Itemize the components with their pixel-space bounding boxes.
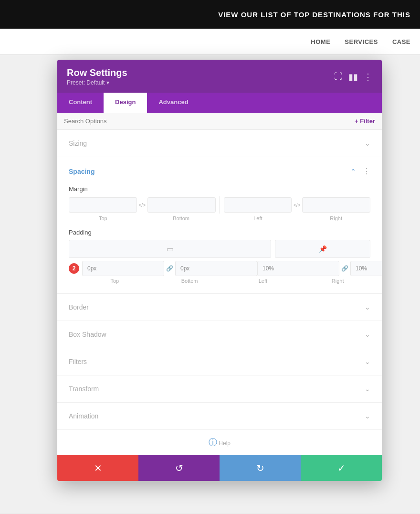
animation-chevron-down-icon: ⌄: [365, 412, 370, 420]
margin-sub-labels: Top Bottom Left Right: [69, 215, 370, 221]
modal-header: Row Settings Preset: Default ▾ ⛶ ▮▮ ⋮: [57, 60, 382, 93]
margin-bottom-input[interactable]: [147, 197, 216, 213]
filters-chevron-down-icon: ⌄: [365, 358, 370, 365]
padding-sub-labels: Top Bottom Left Right: [69, 278, 370, 284]
filters-section: Filters ⌄: [57, 348, 382, 375]
sizing-title: Sizing: [69, 139, 87, 147]
animation-title: Animation: [69, 412, 98, 420]
row-settings-modal: Row Settings Preset: Default ▾ ⛶ ▮▮ ⋮ Co…: [57, 60, 382, 481]
padding-values-row: 2 🔗: [69, 261, 370, 276]
margin-left-sync-icon: </>: [294, 203, 300, 208]
padding-left-right-group: 🔗: [257, 261, 382, 276]
sizing-section-header[interactable]: Sizing ⌄: [57, 130, 382, 157]
step2-badge: 2: [69, 263, 79, 274]
cancel-button[interactable]: ✕: [57, 455, 138, 481]
padding-left-input[interactable]: [257, 261, 339, 276]
spacing-chevron-up-icon: ⌃: [350, 168, 356, 175]
more-icon[interactable]: ⋮: [364, 72, 372, 82]
padding-desktop-box[interactable]: ▭: [69, 240, 271, 258]
box-shadow-title: Box Shadow: [69, 331, 106, 338]
padding-left-link-icon: 🔗: [341, 265, 348, 272]
padding-top-label: Top: [82, 278, 147, 284]
margin-top-input[interactable]: [69, 197, 137, 213]
transform-section: Transform ⌄: [57, 375, 382, 403]
margin-left-right-group: </>: [224, 196, 371, 214]
filters-section-header[interactable]: Filters ⌄: [57, 348, 382, 375]
top-bar: VIEW OUR LIST OF TOP DESTINATIONS FOR TH…: [0, 0, 420, 29]
border-title: Border: [69, 303, 89, 311]
modal-title: Row Settings: [67, 67, 127, 78]
border-chevron-down-icon: ⌄: [365, 303, 370, 311]
margin-right-wrap: [302, 197, 370, 213]
margin-bottom-wrap: [147, 197, 216, 213]
search-input[interactable]: [64, 118, 355, 125]
padding-right-wrap: [350, 261, 382, 276]
margin-bottom-label: Bottom: [147, 215, 216, 221]
help-icon: ⓘ: [209, 438, 217, 447]
pin-icon: 📌: [319, 245, 327, 253]
modal-preset[interactable]: Preset: Default ▾: [67, 79, 127, 86]
modal-title-area: Row Settings Preset: Default ▾: [67, 67, 127, 86]
padding-device-row: ▭ 📌: [69, 240, 370, 258]
transform-section-header[interactable]: Transform ⌄: [57, 375, 382, 402]
animation-section-header[interactable]: Animation ⌄: [57, 403, 382, 429]
margin-divider: [220, 196, 220, 214]
spacing-title: Spacing: [69, 168, 94, 175]
tab-advanced[interactable]: Advanced: [147, 93, 200, 113]
margin-right-input[interactable]: [302, 197, 370, 213]
nav-bar: HOME SERVICES CASE: [0, 29, 420, 55]
margin-left-label: Left: [224, 215, 293, 221]
animation-section: Animation ⌄: [57, 403, 382, 430]
spacing-section: Spacing ⌃ ⋮ Margin: [57, 157, 382, 294]
nav-item-home[interactable]: HOME: [311, 38, 330, 45]
spacing-body: Margin </>: [57, 185, 382, 293]
desktop-icon: ▭: [167, 245, 174, 254]
padding-top-input[interactable]: [82, 261, 164, 276]
spacing-section-header[interactable]: Spacing ⌃ ⋮: [57, 157, 382, 185]
nav-item-services[interactable]: SERVICES: [345, 38, 378, 45]
spacing-more-icon[interactable]: ⋮: [363, 167, 370, 176]
reset-button[interactable]: ↺: [138, 455, 220, 481]
sizing-section: Sizing ⌄: [57, 130, 382, 157]
box-shadow-chevron-down-icon: ⌄: [365, 331, 370, 338]
padding-bottom-input[interactable]: [175, 261, 257, 276]
margin-inputs-row: </> </>: [69, 196, 370, 214]
tab-design[interactable]: Design: [104, 93, 147, 113]
modal-footer: ✕ ↺ ↻ ✓: [57, 455, 382, 481]
padding-top-wrap: [82, 261, 164, 276]
nav-item-case[interactable]: CASE: [392, 38, 410, 45]
search-bar: + Filter: [57, 113, 382, 130]
padding-pin-box[interactable]: 📌: [275, 240, 370, 258]
columns-icon[interactable]: ▮▮: [348, 72, 358, 82]
padding-left-wrap: [257, 261, 339, 276]
border-section: Border ⌄: [57, 294, 382, 321]
transform-chevron-down-icon: ⌄: [365, 385, 370, 393]
tab-content[interactable]: Content: [57, 93, 104, 113]
padding-bottom-wrap: [175, 261, 257, 276]
modal-header-icons: ⛶ ▮▮ ⋮: [334, 72, 372, 82]
help-area: ⓘ Help: [57, 430, 382, 455]
redo-button[interactable]: ↻: [220, 455, 301, 481]
padding-right-input[interactable]: [350, 261, 382, 276]
padding-left-label: Left: [231, 278, 296, 284]
filter-button[interactable]: + Filter: [355, 118, 375, 125]
padding-bottom-label: Bottom: [157, 278, 222, 284]
save-button[interactable]: ✓: [301, 455, 382, 481]
border-section-header[interactable]: Border ⌄: [57, 294, 382, 321]
sizing-chevron-down-icon: ⌄: [365, 139, 370, 147]
margin-top-sync-icon: </>: [139, 203, 146, 208]
box-shadow-section-header[interactable]: Box Shadow ⌄: [57, 321, 382, 348]
padding-right-label: Right: [305, 278, 370, 284]
help-text: Help: [219, 440, 231, 447]
box-shadow-section: Box Shadow ⌄: [57, 321, 382, 348]
padding-top-bottom-group: 2 🔗: [69, 261, 257, 276]
fullscreen-icon[interactable]: ⛶: [334, 72, 343, 82]
padding-top-link-icon: 🔗: [166, 265, 173, 272]
padding-label: Padding: [69, 229, 370, 236]
page-area: Row Settings Preset: Default ▾ ⛶ ▮▮ ⋮ Co…: [0, 55, 420, 514]
margin-top-bottom-group: </>: [69, 196, 216, 214]
margin-left-input[interactable]: [224, 197, 292, 213]
margin-top-label: Top: [69, 215, 137, 221]
filters-title: Filters: [69, 358, 87, 365]
margin-top-wrap: [69, 197, 137, 213]
